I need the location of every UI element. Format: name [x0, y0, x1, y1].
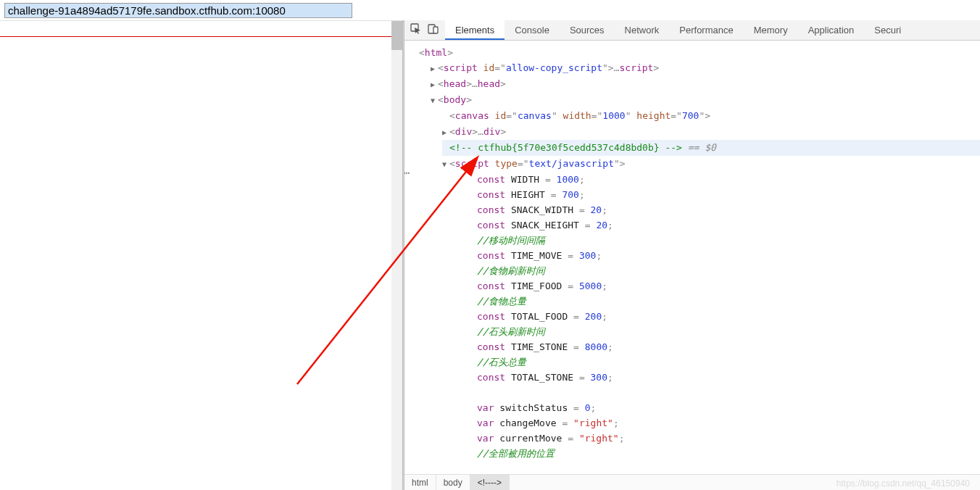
devtools-tabs: ElementsConsoleSourcesNetworkPerformance…	[445, 20, 911, 40]
devtools-panel: ElementsConsoleSourcesNetworkPerformance…	[404, 20, 980, 490]
line-dots-icon[interactable]: ⋯	[404, 165, 410, 180]
tab-securi[interactable]: Securi	[864, 20, 911, 40]
tree-row[interactable]: //石头刷新时间	[477, 324, 980, 339]
tree-row[interactable]: ▼<script type="text/javascript">	[442, 156, 980, 172]
tree-row[interactable]: const SNACK_WIDTH = 20;	[477, 202, 980, 217]
address-bar[interactable]: challenge-91a4894ad57179fe.sandbox.ctfhu…	[4, 3, 352, 18]
tree-row[interactable]: const TOTAL_STONE = 300;	[477, 370, 980, 385]
tab-elements[interactable]: Elements	[445, 20, 504, 40]
page-red-line	[0, 36, 402, 37]
tab-application[interactable]: Application	[798, 20, 865, 40]
elements-tree[interactable]: ⋯ <html>▶<script id="allow-copy_script">…	[404, 41, 980, 474]
tree-row[interactable]: const SNACK_HEIGHT = 20;	[477, 217, 980, 233]
tree-row[interactable]: //全部被用的位置	[477, 446, 980, 461]
breadcrumb-item[interactable]: <!---->	[470, 475, 510, 490]
address-bar-row: challenge-91a4894ad57179fe.sandbox.ctfhu…	[0, 0, 980, 20]
devtools-toolbar: ElementsConsoleSourcesNetworkPerformance…	[404, 20, 980, 41]
page-scrollbar[interactable]	[391, 21, 402, 490]
breadcrumb-item[interactable]: html	[404, 475, 436, 490]
tree-row[interactable]: var changeMove = "right";	[477, 415, 980, 431]
tree-row[interactable]: //食物总量	[477, 294, 980, 309]
page-viewport	[0, 20, 402, 490]
tree-row[interactable]: ▶<div>…div>	[442, 124, 980, 140]
tree-row[interactable]: var currentMove = "right";	[477, 431, 980, 446]
device-toolbar-icon[interactable]	[428, 23, 439, 37]
main-split: ElementsConsoleSourcesNetworkPerformance…	[0, 20, 980, 490]
tab-console[interactable]: Console	[504, 20, 560, 40]
tree-row[interactable]: const HEIGHT = 700;	[477, 187, 980, 202]
tree-row[interactable]: <canvas id="canvas" width="1000" height=…	[442, 108, 980, 124]
tree-row[interactable]: ▶<head>…head>	[431, 76, 980, 92]
tree-row[interactable]: //移动时间间隔	[477, 233, 980, 248]
tree-row-selected[interactable]: <!-- ctfhub{5f70e30f5cedd537c4d8bd0b} --…	[442, 140, 980, 156]
page-scrollbar-thumb[interactable]	[391, 21, 402, 50]
breadcrumb-item[interactable]: body	[436, 475, 470, 490]
tree-row[interactable]: //食物刷新时间	[477, 263, 980, 278]
tree-row[interactable]: var switchStatus = 0;	[477, 400, 980, 415]
tab-memory[interactable]: Memory	[744, 20, 798, 40]
tab-network[interactable]: Network	[615, 20, 670, 40]
tree-row[interactable]: ▶<script id="allow-copy_script">…script>	[431, 60, 980, 76]
tree-row[interactable]: const TIME_STONE = 8000;	[477, 339, 980, 354]
tab-performance[interactable]: Performance	[669, 20, 743, 40]
tree-row[interactable]: const TOTAL_FOOD = 200;	[477, 309, 980, 324]
svg-rect-2	[433, 27, 438, 33]
tree-row[interactable]: //石头总量	[477, 354, 980, 370]
tree-row[interactable]: const TIME_FOOD = 5000;	[477, 278, 980, 294]
tree-row[interactable]: ▼<body>	[431, 92, 980, 108]
inspect-icon[interactable]	[410, 23, 422, 37]
breadcrumb-bar: htmlbody<!---->	[404, 474, 980, 490]
tree-row[interactable]: <html>	[419, 45, 980, 60]
tab-sources[interactable]: Sources	[560, 20, 615, 40]
tree-row[interactable]: const TIME_MOVE = 300;	[477, 248, 980, 263]
tree-row[interactable]: const WIDTH = 1000;	[477, 172, 980, 187]
tree-row[interactable]	[477, 385, 980, 400]
